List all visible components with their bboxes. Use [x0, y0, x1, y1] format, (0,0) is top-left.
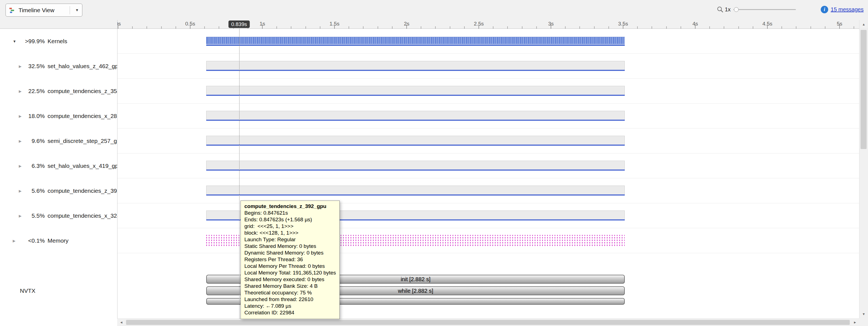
kernel-coverage-bar[interactable] [206, 86, 625, 96]
kernel-coverage-bar[interactable] [206, 161, 625, 171]
scroll-right-button[interactable]: ► [851, 319, 859, 326]
row-tree-sidebar: NVTX ▼>99.9%Kernels▶32.5%set_halo_values… [0, 29, 117, 319]
expand-triangle-icon[interactable]: ▶ [19, 164, 27, 168]
zoom-level-label: 1x [725, 6, 731, 13]
ruler-tick-label: 2s [404, 21, 409, 27]
tooltip-line: Local Memory Total: 191,365,120 bytes [244, 270, 336, 276]
tooltip-line: Correlation ID: 22984 [244, 309, 336, 316]
kernel-coverage-bar[interactable] [206, 111, 625, 121]
expand-triangle-icon[interactable]: ▶ [19, 139, 27, 143]
ruler-tick-label: 0.5s [185, 21, 195, 27]
scroll-up-button[interactable]: ▲ [860, 20, 868, 29]
row-percentage: 5.5% [27, 213, 45, 219]
tooltip-title: compute_tendencies_z_392_gpu [244, 203, 336, 210]
tooltip-line: grid: <<<25, 1, 1>>> [244, 223, 336, 229]
ruler-tick-label: 4s [692, 21, 698, 27]
sidebar-item-memory[interactable]: ▶<0.1%Memory [0, 228, 117, 253]
sidebar-item-set_halo_values_x_419_gpu[interactable]: ▶6.3%set_halo_values_x_419_gpu [0, 154, 117, 179]
ruler-tick-label: 2.5s [474, 21, 484, 27]
tooltip-line: Launched from thread: 22610 [244, 296, 336, 303]
expand-triangle-icon[interactable]: ▶ [13, 239, 21, 243]
tooltip-line: Dynamic Shared Memory: 0 bytes [244, 249, 336, 256]
expand-triangle-icon[interactable]: ▶ [19, 89, 27, 93]
horizontal-scrollbar[interactable]: ◄ ► [117, 319, 859, 326]
kernel-coverage-bar[interactable] [206, 186, 625, 195]
collapse-triangle-icon[interactable]: ▼ [13, 39, 21, 44]
sidebar-item-kernels[interactable]: ▼>99.9%Kernels [0, 29, 117, 54]
row-label: Kernels [48, 38, 67, 45]
tooltip-line: Shared Memory Bank Size: 4 B [244, 283, 336, 290]
row-separator [117, 103, 859, 104]
tooltip-line: Begins: 0.847621s [244, 210, 336, 216]
ruler-tick-label: 3.5s [618, 21, 628, 27]
nsight-timeline-window: Timeline View ▼ 1x i 15 messages 0s0.5s1… [0, 0, 868, 326]
row-label: set_halo_values_x_419_gpu [48, 163, 117, 169]
sidebar-item-compute_tendencies_x_286_gpu[interactable]: ▶18.0%compute_tendencies_x_286_gpu [0, 104, 117, 129]
tooltip-lines: Begins: 0.847621sEnds: 0.847623s (+1.568… [244, 210, 336, 316]
timeline-ruler[interactable]: 0s0.5s1s1.5s2s2.5s3s3.5s4s4.5s5s0.839s [117, 20, 859, 29]
row-label: compute_tendencies_z_392_gpu [48, 188, 117, 194]
scroll-down-button[interactable]: ▼ [860, 310, 868, 319]
kernel-activity-line [206, 169, 625, 171]
row-percentage: 9.6% [27, 138, 45, 144]
sidebar-item-nvtx[interactable]: NVTX [20, 278, 35, 303]
kernel-activity-line [206, 144, 625, 146]
tooltip-line: Registers Per Thread: 36 [244, 256, 336, 263]
row-separator [117, 53, 859, 54]
tooltip-line: Shared Memory executed: 0 bytes [244, 276, 336, 283]
nvtx-range-label: while [2.882 s] [398, 288, 433, 294]
row-percentage: 22.5% [27, 88, 45, 94]
expand-triangle-icon[interactable]: ▶ [19, 64, 27, 69]
row-label: Memory [48, 237, 68, 244]
row-separator [117, 253, 859, 253]
row-separator [117, 78, 859, 79]
kernel-tooltip: compute_tendencies_z_392_gpu Begins: 0.8… [241, 200, 340, 319]
expand-triangle-icon[interactable]: ▶ [19, 114, 27, 118]
horizontal-scrollbar-thumb[interactable] [126, 320, 850, 325]
kernel-activity-line [206, 120, 625, 121]
ruler-tick-label: 0s [117, 21, 121, 27]
toolbar-right-controls: 1x i 15 messages [716, 3, 864, 16]
sidebar-item-compute_tendencies_z_392_gpu[interactable]: ▶5.6%compute_tendencies_z_392_gpu [0, 179, 117, 203]
kernels-summary-bar[interactable] [206, 37, 625, 44]
view-selector-label: Timeline View [19, 7, 55, 13]
time-marker-line [239, 29, 240, 319]
row-label: set_halo_values_z_462_gpu [48, 63, 117, 70]
tooltip-line: Latency: ←7.089 µs [244, 303, 336, 309]
kernel-coverage-bar[interactable] [206, 61, 625, 71]
vertical-scrollbar-thumb[interactable] [861, 30, 867, 149]
tooltip-line: Theoretical occupancy: 75 % [244, 290, 336, 296]
sidebar-item-set_halo_values_z_462_gpu[interactable]: ▶32.5%set_halo_values_z_462_gpu [0, 54, 117, 79]
kernel-coverage-bar[interactable] [206, 136, 625, 146]
row-label: compute_tendencies_x_286_gpu [48, 113, 117, 119]
view-selector-dropdown[interactable]: Timeline View ▼ [5, 4, 82, 17]
row-percentage: <0.1% [21, 237, 45, 244]
zoom-slider[interactable] [733, 6, 796, 12]
kernels-summary-line [206, 45, 625, 46]
expand-triangle-icon[interactable]: ▶ [19, 214, 27, 218]
ruler-tick-label: 1s [259, 21, 265, 27]
tooltip-line: Launch Type: Regular [244, 236, 336, 243]
row-separator [117, 228, 859, 228]
zoom-slider-thumb[interactable] [734, 7, 739, 12]
vertical-scrollbar[interactable]: ▲ ▼ [859, 20, 868, 319]
timeline-canvas[interactable]: init [2.882 s]while [2.882 s] [117, 29, 859, 319]
info-icon[interactable]: i [821, 6, 828, 13]
chevron-down-icon: ▼ [73, 8, 79, 12]
ruler-tick-label: 3s [548, 21, 554, 27]
sidebar-divider[interactable] [117, 20, 118, 319]
messages-link[interactable]: 15 messages [831, 6, 864, 13]
kernel-activity-line [206, 194, 625, 195]
sidebar-item-compute_tendencies_x_324_gpu[interactable]: ▶5.5%compute_tendencies_x_324_gpu [0, 203, 117, 228]
tooltip-line: block: <<<128, 1, 1>>> [244, 229, 336, 236]
kernel-activity-line [206, 70, 625, 71]
row-percentage: 18.0% [27, 113, 45, 119]
zoom-slider-track[interactable] [733, 9, 796, 10]
row-separator [117, 178, 859, 179]
sidebar-item-semi_discrete_step_257_gpu[interactable]: ▶9.6%semi_discrete_step_257_gpu [0, 129, 117, 154]
expand-triangle-icon[interactable]: ▶ [19, 189, 27, 193]
sidebar-item-compute_tendencies_z_354_gpu[interactable]: ▶22.5%compute_tendencies_z_354_gpu [0, 79, 117, 104]
scroll-left-button[interactable]: ◄ [117, 319, 125, 326]
magnifier-icon [716, 6, 724, 13]
row-percentage: >99.9% [21, 38, 45, 45]
